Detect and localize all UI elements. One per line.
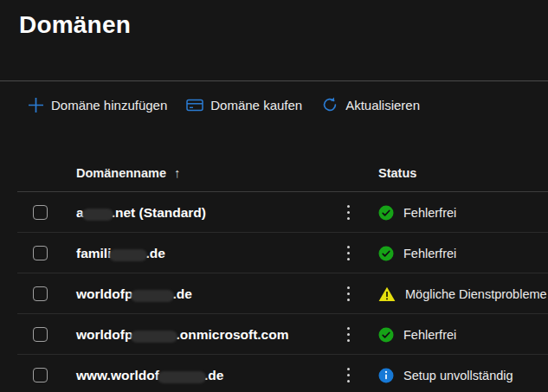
status-label: Fehlerfrei bbox=[403, 206, 456, 220]
domain-name-link[interactable]: a.net (Standard) bbox=[59, 205, 330, 221]
status-ok-icon bbox=[378, 205, 394, 221]
row-menu-button[interactable] bbox=[342, 364, 355, 386]
refresh-icon bbox=[321, 96, 338, 113]
redaction-smudge bbox=[109, 249, 147, 261]
page-header: Domänen bbox=[0, 0, 548, 81]
column-header-domainname[interactable]: Domänenname ↑ bbox=[59, 165, 330, 180]
refresh-label: Aktualisieren bbox=[345, 98, 420, 112]
page-title: Domänen bbox=[0, 0, 548, 39]
credit-card-icon bbox=[186, 98, 203, 112]
redaction-smudge bbox=[131, 331, 177, 343]
redaction-smudge bbox=[158, 371, 206, 383]
table-row[interactable]: worldofp.de Mögliche Dienstprobleme bbox=[0, 273, 548, 314]
status-label: Fehlerfrei bbox=[403, 247, 456, 260]
domain-name-link[interactable]: worldofp.onmicrosoft.com bbox=[59, 327, 330, 343]
domain-name-link[interactable]: famili.de bbox=[59, 246, 330, 261]
buy-domain-label: Domäne kaufen bbox=[210, 98, 302, 112]
status-label: Setup unvollständig bbox=[403, 369, 513, 382]
refresh-button[interactable]: Aktualisieren bbox=[319, 93, 422, 117]
domain-name-link[interactable]: www.worldof.de bbox=[59, 368, 330, 383]
command-bar: Domäne hinzufügen Domäne kaufen Aktualis… bbox=[0, 81, 548, 128]
status-ok-icon bbox=[378, 327, 394, 343]
row-checkbox[interactable] bbox=[33, 286, 48, 301]
plus-icon bbox=[28, 97, 44, 113]
status-ok-icon bbox=[378, 246, 394, 261]
row-checkbox[interactable] bbox=[33, 246, 48, 260]
domain-name-link[interactable]: worldofp.de bbox=[59, 286, 330, 302]
sort-ascending-icon: ↑ bbox=[174, 165, 181, 180]
status-label: Mögliche Dienstprobleme bbox=[405, 287, 547, 301]
table-row[interactable]: a.net (Standard) Fehlerfrei bbox=[0, 192, 548, 233]
row-menu-button[interactable] bbox=[342, 283, 355, 305]
row-checkbox[interactable] bbox=[33, 327, 48, 342]
row-checkbox[interactable] bbox=[33, 205, 48, 220]
add-domain-label: Domäne hinzufügen bbox=[51, 98, 167, 112]
buy-domain-button[interactable]: Domäne kaufen bbox=[184, 94, 304, 116]
row-menu-button[interactable] bbox=[342, 324, 355, 345]
status-info-icon bbox=[378, 368, 394, 383]
row-menu-button[interactable] bbox=[342, 242, 355, 264]
column-header-status[interactable]: Status bbox=[368, 166, 548, 180]
redaction-smudge bbox=[82, 209, 113, 221]
table-row[interactable]: www.worldof.de Setup unvollständig bbox=[0, 355, 548, 392]
add-domain-button[interactable]: Domäne hinzufügen bbox=[26, 93, 169, 117]
row-menu-button[interactable] bbox=[342, 202, 355, 223]
row-checkbox[interactable] bbox=[33, 368, 48, 382]
status-warning-icon bbox=[378, 286, 396, 302]
table-row[interactable]: worldofp.onmicrosoft.com Fehlerfrei bbox=[0, 314, 548, 355]
status-label: Fehlerfrei bbox=[403, 328, 456, 342]
redaction-smudge bbox=[131, 290, 174, 302]
table-row[interactable]: famili.de Fehlerfrei bbox=[0, 233, 548, 273]
domains-table: Domänenname ↑ Status a.net (Standard) Fe… bbox=[0, 128, 548, 392]
table-header-row: Domänenname ↑ Status bbox=[0, 128, 548, 192]
